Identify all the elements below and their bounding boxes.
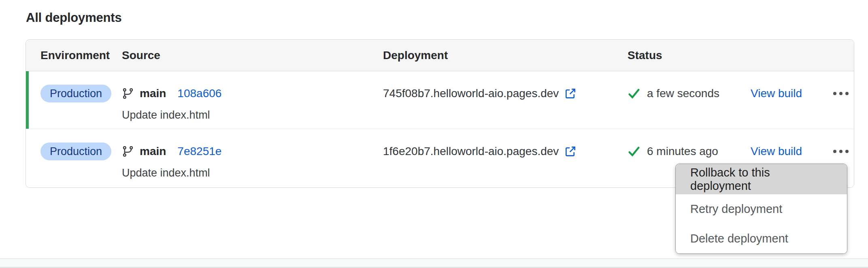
git-branch-icon	[122, 145, 134, 157]
branch-name: main	[140, 145, 166, 158]
page-bottom-divider	[0, 258, 868, 268]
header-status: Status	[628, 40, 662, 71]
check-icon	[628, 145, 640, 158]
view-build-link[interactable]: View build	[751, 87, 802, 100]
check-icon	[628, 87, 640, 100]
environment-badge: Production	[40, 85, 111, 102]
status-cell: a few seconds	[628, 83, 719, 104]
branch-name: main	[140, 87, 166, 100]
menu-item-rollback[interactable]: Rollback to this deployment	[676, 164, 847, 194]
deployment-actions-menu: Rollback to this deployment Retry deploy…	[675, 164, 847, 254]
source-cell: main 108a606	[122, 83, 221, 104]
source-cell: main 7e8251e	[122, 141, 221, 162]
header-deployment: Deployment	[383, 40, 448, 71]
deployment-url: 1f6e20b7.helloworld-aio.pages.dev	[383, 145, 559, 158]
external-link-icon[interactable]	[564, 145, 577, 157]
header-environment: Environment	[40, 40, 110, 71]
view-build-cell: View build	[751, 83, 802, 104]
menu-item-retry[interactable]: Retry deployment	[676, 194, 847, 224]
table-row: Production main 108a606 Update index.htm…	[26, 71, 854, 129]
deployment-cell: 1f6e20b7.helloworld-aio.pages.dev	[383, 141, 577, 162]
status-cell: 6 minutes ago	[628, 141, 718, 162]
ellipsis-icon[interactable]	[829, 146, 853, 157]
environment-cell: Production	[40, 141, 111, 162]
table-header-row: Environment Source Deployment Status	[26, 40, 854, 71]
row-actions-cell	[823, 83, 859, 104]
deployments-page: All deployments Environment Source Deplo…	[0, 0, 868, 268]
git-branch-icon	[122, 87, 134, 100]
commit-message: Update index.html	[122, 109, 210, 121]
commit-message: Update index.html	[122, 167, 210, 179]
page-title: All deployments	[26, 11, 121, 25]
external-link-icon[interactable]	[564, 87, 577, 100]
environment-cell: Production	[40, 83, 111, 104]
menu-item-delete[interactable]: Delete deployment	[676, 224, 847, 253]
current-deployment-indicator	[26, 71, 29, 129]
view-build-cell: View build	[751, 141, 802, 162]
environment-badge: Production	[40, 143, 111, 160]
commit-link[interactable]: 7e8251e	[177, 145, 221, 158]
deployment-url: 745f08b7.helloworld-aio.pages.dev	[383, 87, 559, 100]
deployment-cell: 745f08b7.helloworld-aio.pages.dev	[383, 83, 577, 104]
view-build-link[interactable]: View build	[751, 145, 802, 158]
status-time: 6 minutes ago	[647, 145, 718, 158]
ellipsis-icon[interactable]	[829, 88, 853, 99]
commit-link[interactable]: 108a606	[177, 87, 221, 100]
status-time: a few seconds	[647, 87, 719, 100]
header-source: Source	[122, 40, 160, 71]
row-actions-cell	[823, 141, 859, 162]
